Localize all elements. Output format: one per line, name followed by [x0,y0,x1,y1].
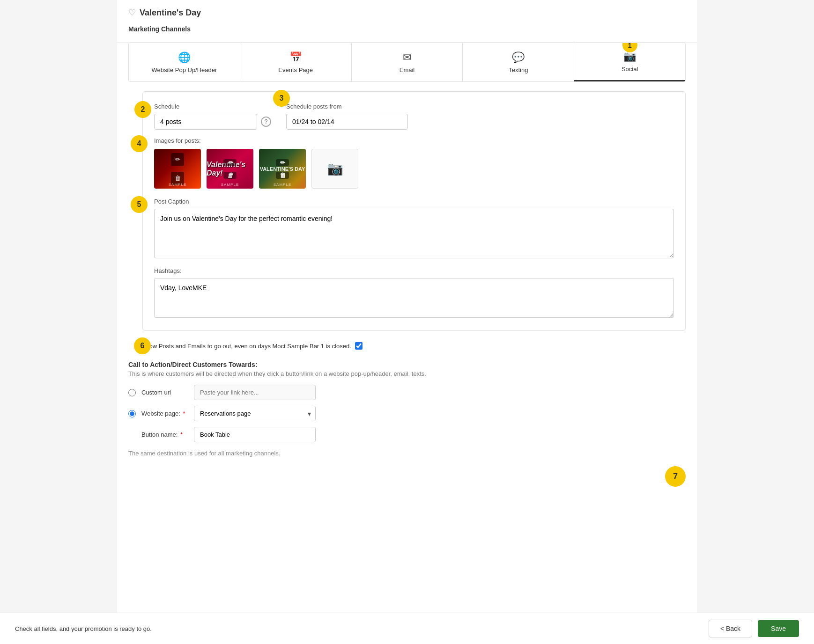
button-name-input[interactable] [194,427,316,442]
cta-description: This is where customers will be directed… [128,370,686,377]
tab-website[interactable]: 🌐 Website Pop Up/Header [129,43,240,81]
bottom-status: Check all fields, and your promotion is … [15,625,152,632]
bottom-bar: Check all fields, and your promotion is … [0,613,814,644]
image-thumb-2: Valentine's Day! ✏ 🗑 SAMPLE [207,149,253,189]
step-7-badge: 7 [665,466,686,487]
camera-icon: 📷 [327,161,343,176]
post-caption-label: Post Caption [154,198,674,205]
image-edit-btn-1[interactable]: ✏ [171,153,184,166]
website-page-radio[interactable] [128,410,136,417]
schedule-from-label: Schedule posts from [286,103,408,110]
tab-social[interactable]: 1 📷 Social [574,43,685,81]
tab-events-label: Events Page [278,66,313,73]
schedule-help-icon[interactable]: ? [261,117,271,127]
custom-url-input[interactable] [194,385,316,400]
tab-texting-label: Texting [509,66,528,73]
bottom-actions: < Back Save [709,620,799,637]
cta-title: Call to Action/Direct Customers Towards: [128,361,686,368]
post-caption-textarea[interactable]: Join us on Valentine's Day for the perfe… [154,209,674,258]
website-page-label: Website page: * [141,410,188,417]
page-title: Valentine's Day [140,8,201,18]
events-icon: 📅 [289,51,302,64]
custom-url-row: Custom url [128,385,686,400]
button-name-label: Button name: * [141,431,188,438]
image-edit-btn-3[interactable]: ✏ [276,159,289,166]
custom-url-label: Custom url [141,389,188,396]
schedule-label: Schedule [154,103,271,110]
images-row: ✏ 🗑 SAMPLE Valentine's Day! ✏ [154,149,674,189]
sample-text-1: SAMPLE [169,183,186,187]
button-name-row: Button name: * [128,427,686,442]
same-dest-note: The same destination is used for all mar… [128,450,686,457]
step-4-badge: 4 [131,135,148,152]
hashtags-textarea[interactable]: Vday, LoveMKE [154,278,674,318]
sample-text-2: SAMPLE [221,183,239,187]
save-button[interactable]: Save [758,620,799,637]
marketing-channels-tabs: 🌐 Website Pop Up/Header 📅 Events Page ✉ … [128,43,686,82]
cta-section: Call to Action/Direct Customers Towards:… [128,361,686,457]
marketing-channels-label: Marketing Channels [128,25,686,33]
hashtags-label: Hashtags: [154,267,674,274]
allow-posts-checkbox[interactable] [355,342,363,350]
cta-radio-group: Custom url Website page: * Reservations … [128,385,686,442]
heart-icon: ♡ [128,7,136,18]
website-page-row: Website page: * Reservations page Home p… [128,406,686,421]
step-6-badge: 6 [134,337,151,354]
image-delete-btn-2[interactable]: 🗑 [223,172,237,179]
allow-posts-row: 6 Allow Posts and Emails to go out, even… [142,338,686,353]
custom-url-radio[interactable] [128,389,136,396]
image-delete-btn-3[interactable]: 🗑 [276,172,289,179]
tab-email[interactable]: ✉ Email [352,43,463,81]
allow-posts-label: Allow Posts and Emails to go out, even o… [142,343,351,350]
tab-texting[interactable]: 💬 Texting [463,43,574,81]
tab-website-label: Website Pop Up/Header [151,66,217,73]
tab-events[interactable]: 📅 Events Page [240,43,352,81]
back-button[interactable]: < Back [709,620,752,637]
image-edit-btn-2[interactable]: ✏ [223,159,237,166]
tab-social-label: Social [622,66,638,73]
image-thumb-3: VALENTINE'S DAY ✏ 🗑 SAMPLE [259,149,306,189]
texting-icon: 💬 [512,51,525,64]
images-label: Images for posts: [154,137,674,144]
tab-email-label: Email [400,66,415,73]
schedule-from-input[interactable] [286,114,408,130]
step-5-badge: 5 [131,196,148,213]
image-thumb-1: ✏ 🗑 SAMPLE [154,149,201,189]
website-page-select[interactable]: Reservations page Home page Menu page Co… [194,406,316,421]
step-3-badge: 3 [273,90,290,107]
step-2-badge: 2 [134,101,151,118]
sample-text-3: SAMPLE [274,183,291,187]
schedule-select[interactable]: 4 posts 1 post 2 posts 3 posts 5 posts [154,114,257,130]
website-icon: 🌐 [178,51,191,64]
email-icon: ✉ [403,51,411,64]
schedule-section: 2 Schedule 4 posts 1 post 2 posts 3 post… [142,91,686,331]
add-image-button[interactable]: 📷 [311,149,358,189]
